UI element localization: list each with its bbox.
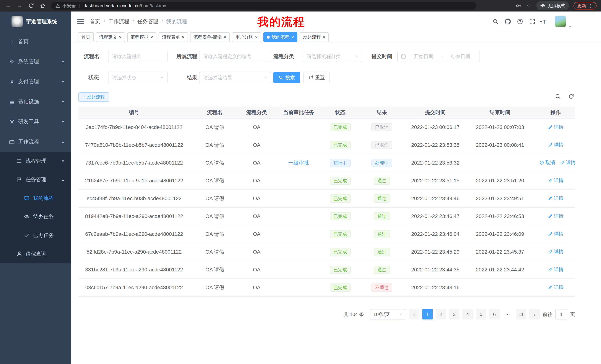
fullscreen-icon[interactable]	[529, 19, 535, 25]
breadcrumb-item[interactable]: 工作流程	[109, 18, 129, 25]
cell-process-name: OA 请假	[190, 207, 240, 225]
github-icon[interactable]	[505, 19, 511, 25]
result-select[interactable]: 请选择流结果	[199, 72, 271, 83]
sidebar-item[interactable]: ▤ 基础设施 ▾	[0, 92, 71, 112]
cell-result: 通过	[357, 243, 407, 261]
refresh-table-icon[interactable]	[568, 94, 574, 99]
cell-process-name: OA 请假	[190, 154, 240, 172]
tab[interactable]: 流程定义 ×	[96, 32, 125, 42]
close-icon[interactable]: ×	[291, 35, 294, 39]
category-select[interactable]: 请选择流程分类	[303, 51, 362, 62]
sidebar-logo[interactable]: 芋道管理系统	[0, 11, 71, 31]
detail-link[interactable]: 详情	[548, 266, 563, 273]
breadcrumb-item[interactable]: 任务管理	[137, 18, 158, 25]
column-header: 结果	[357, 106, 407, 118]
tab[interactable]: 流程表单 ×	[159, 32, 188, 42]
cancel-link[interactable]: 取消	[539, 159, 555, 166]
sidebar-item[interactable]: 工作流程 ▴	[0, 132, 71, 152]
cell-status: 已完成	[324, 118, 357, 136]
sidebar-item[interactable]: ⚙ 系统管理 ▾	[0, 52, 71, 72]
sidebar-item[interactable]: 已办任务	[0, 226, 71, 245]
tab[interactable]: 我的流程 ×	[263, 32, 297, 42]
detail-link[interactable]: 详情	[548, 177, 563, 184]
page-size-select[interactable]: 10条/页	[370, 309, 406, 319]
cell-current-task	[273, 243, 324, 261]
detail-link[interactable]: 详情	[548, 249, 563, 255]
current-task-link[interactable]: 一级审批	[288, 160, 309, 166]
question-icon[interactable]	[517, 19, 523, 25]
avatar[interactable]	[555, 16, 566, 27]
sidebar-item[interactable]: 待办任务	[0, 207, 71, 226]
cell-submit-time: 2022-01-22 23:53:35	[407, 136, 464, 154]
next-page-button[interactable]: ›	[529, 309, 540, 319]
create-process-button[interactable]: + 发起流程	[78, 92, 109, 102]
tab-label: 首页	[81, 34, 90, 40]
sidebar-item[interactable]: 我的流程	[0, 189, 71, 207]
sidebar-item[interactable]: 流程管理 ▾	[0, 152, 71, 170]
detail-link[interactable]: 详情	[548, 231, 563, 237]
sidebar-item[interactable]: 请假查询	[0, 245, 71, 263]
sidebar-item[interactable]: ⌂ 首页	[0, 31, 71, 52]
sidebar-item[interactable]: ¥ 支付管理 ▾	[0, 72, 71, 92]
close-icon[interactable]: ×	[224, 35, 226, 39]
sidebar-item-label: 研发工具	[18, 118, 39, 125]
breadcrumb-item[interactable]: 首页	[90, 18, 100, 25]
detail-link[interactable]: 详情	[548, 124, 563, 130]
chevron-down-icon[interactable]: ▾	[569, 24, 571, 29]
detail-link[interactable]: 详情	[548, 213, 563, 219]
close-icon[interactable]: ×	[255, 35, 258, 39]
update-button[interactable]: 更新 ⋮	[573, 2, 597, 10]
tab[interactable]: 用户分组 ×	[232, 32, 261, 42]
goto-page-input[interactable]	[555, 309, 567, 319]
detail-link[interactable]: 详情	[560, 159, 575, 166]
forward-icon[interactable]: →	[17, 3, 23, 9]
reload-icon[interactable]	[28, 3, 34, 9]
detail-link[interactable]: 详情	[548, 284, 563, 290]
plus-icon: +	[83, 95, 85, 100]
show-search-icon[interactable]	[555, 94, 561, 99]
page-button[interactable]: 1	[422, 309, 433, 319]
detail-link[interactable]: 详情	[548, 195, 563, 201]
menu-icon	[16, 251, 22, 257]
back-icon[interactable]: ←	[5, 3, 11, 9]
close-icon[interactable]: ×	[182, 35, 184, 39]
cell-actions: 详情	[536, 118, 575, 136]
tab[interactable]: 流程模型 ×	[127, 32, 156, 42]
key-icon[interactable]	[516, 3, 521, 9]
font-size-icon[interactable]: TT	[540, 19, 546, 25]
cell-status: 已完成	[324, 243, 357, 261]
prev-page-button[interactable]: ‹	[409, 309, 419, 319]
close-icon[interactable]: ×	[119, 35, 122, 39]
date-range-picker[interactable]: 开始日期 - 结束日期	[397, 51, 480, 62]
star-icon[interactable]: ☆	[526, 3, 532, 9]
search-icon[interactable]	[492, 19, 499, 25]
page-button[interactable]: ⋯	[502, 309, 513, 319]
sidebar-item[interactable]: ⚒ 研发工具 ▾	[0, 112, 71, 132]
page-button[interactable]: 5	[476, 309, 486, 319]
status-select[interactable]: 请选择状态	[108, 72, 168, 83]
cancel-icon	[539, 160, 544, 165]
cell-category: OA	[240, 136, 273, 154]
tab[interactable]: 流程表单-编辑 ×	[190, 32, 230, 42]
sidebar-item[interactable]: 任务管理 ▴	[0, 170, 71, 189]
hamburger-icon[interactable]	[77, 19, 84, 24]
sidebar-item-label: 任务管理	[26, 176, 46, 183]
edit-icon	[548, 178, 553, 183]
page-button[interactable]: 11	[516, 309, 526, 319]
detail-link[interactable]: 详情	[548, 142, 563, 148]
home-icon[interactable]	[40, 3, 46, 9]
page-button[interactable]: 2	[436, 309, 446, 319]
parent-process-input[interactable]	[199, 51, 271, 62]
page-button[interactable]: 4	[462, 309, 473, 319]
close-icon[interactable]: ×	[150, 35, 153, 39]
page-button[interactable]: 3	[449, 309, 460, 319]
page-button[interactable]: 6	[489, 309, 500, 319]
reset-button[interactable]: 重置	[303, 72, 330, 83]
tab[interactable]: 首页	[78, 32, 94, 42]
close-icon[interactable]: ×	[323, 35, 325, 39]
tab[interactable]: 发起流程 ×	[300, 32, 329, 42]
process-name-input[interactable]	[108, 51, 168, 62]
parent-process-label: 所属流程	[176, 51, 197, 62]
search-button[interactable]: 搜索	[273, 72, 300, 83]
address-bar[interactable]: 不安全 | dashboard.yudao.iocoder.cn/bpm/tas…	[51, 2, 476, 10]
